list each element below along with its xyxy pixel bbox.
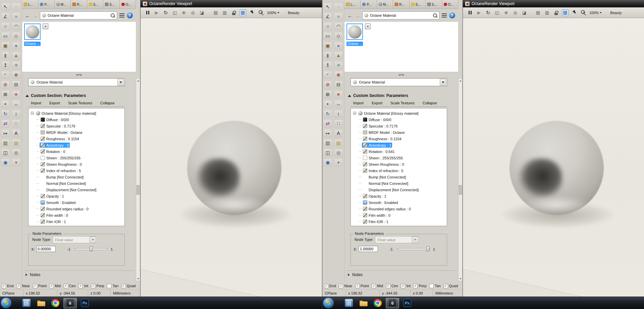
checkbox-icon[interactable] (386, 284, 390, 288)
curve-icon[interactable]: ≈ (12, 12, 20, 20)
panel-tab-rendering[interactable]: R... (71, 0, 87, 9)
taskbar-rhino[interactable]: 6 (386, 298, 399, 308)
text-icon[interactable]: A (334, 129, 343, 137)
tree-row[interactable]: Smooth : Enabled (29, 199, 124, 206)
checkbox-icon[interactable] (121, 284, 126, 288)
tree-row[interactable]: Index of refraction : 5 (352, 167, 446, 174)
render-pass-select[interactable]: Beauty (287, 9, 300, 16)
restart-render-button[interactable]: ↻ (162, 9, 169, 16)
status-cell[interactable]: CPlane (0, 290, 23, 297)
osnap-toggle[interactable]: Point (33, 284, 50, 288)
copy-render-button[interactable]: ▥ (544, 9, 550, 16)
lasso-select-icon[interactable]: ◌ (12, 3, 20, 11)
osnap-toggle[interactable]: End (2, 284, 16, 288)
join-icon[interactable]: ⊞ (323, 90, 332, 98)
back-button[interactable]: ← (347, 13, 353, 18)
tree-row[interactable]: Bump [Not Connected] (29, 174, 124, 180)
osnap-toggle[interactable]: Near (16, 284, 33, 288)
array-icon[interactable]: ∷ (12, 119, 20, 127)
circle-icon[interactable]: ○ (323, 22, 332, 30)
panel-tab-snapshots[interactable]: S... (426, 0, 442, 9)
split-icon[interactable]: ⊟ (334, 81, 343, 89)
render-region-button[interactable]: ◱ (494, 9, 500, 16)
tree-row[interactable]: Smooth : Enabled (352, 199, 446, 206)
render-priority-button[interactable]: ◪ (199, 9, 205, 16)
cylinder-icon[interactable]: ▮ (323, 51, 332, 59)
taskbar-chrome[interactable] (49, 298, 62, 308)
pause-render-button[interactable] (144, 9, 151, 16)
osnap-toggle[interactable]: Near (339, 284, 355, 288)
checkbox-icon[interactable] (444, 284, 448, 288)
checkbox-icon[interactable] (33, 284, 37, 288)
checkbox-icon[interactable] (78, 284, 83, 288)
sphere-icon[interactable]: ● (12, 42, 20, 50)
scrollbar-down-button[interactable] (136, 276, 140, 281)
viewport-title-bar[interactable]: OctaneRender Viewport (141, 0, 322, 7)
material-select-dropdown[interactable]: Octane Material (28, 78, 125, 86)
text-icon[interactable]: A (12, 129, 20, 137)
panel-tab-rendering[interactable]: R... (393, 0, 409, 9)
pan-icon[interactable]: + (334, 158, 343, 166)
osnap-toggle[interactable]: Int (401, 284, 413, 288)
taskbar-calculator[interactable] (342, 298, 355, 308)
tree-row[interactable]: Sheen Roughness : 0 (29, 161, 124, 167)
viewport-title-bar[interactable]: OctaneRender Viewport (463, 0, 644, 7)
zoom-level-select[interactable]: 100% (267, 9, 280, 16)
node-type-dropdown[interactable]: Float value (375, 236, 419, 243)
checkbox-icon[interactable] (49, 284, 54, 288)
status-cell[interactable]: CPlane (322, 290, 346, 297)
checkbox-icon[interactable] (355, 284, 360, 288)
checkbox-icon[interactable] (2, 284, 6, 288)
back-button[interactable]: ← (25, 13, 30, 18)
taskbar-photoshop[interactable]: Ps (78, 298, 91, 308)
tree-collapse-icon[interactable] (353, 112, 356, 115)
osnap-toggle[interactable]: Quad (444, 284, 461, 288)
loft-icon[interactable]: ≡ (334, 61, 343, 69)
tree-row[interactable]: Normal [Not Connected] (352, 180, 446, 187)
osnap-toggle[interactable]: Cen (64, 284, 79, 288)
taskbar-calculator[interactable] (20, 298, 33, 308)
osnap-toggle[interactable]: Mid (372, 284, 386, 288)
mirror-icon[interactable]: ⇄ (323, 119, 332, 127)
tree-row[interactable]: Diffuse : 0/0/0 (352, 116, 446, 123)
hide-icon[interactable]: ◍ (334, 149, 343, 157)
scale-textures-button[interactable]: Scale Textures (390, 101, 415, 105)
pointer-mode-button[interactable] (249, 9, 255, 16)
tree-row[interactable]: Opacity : 1 (352, 193, 446, 199)
node-type-dropdown[interactable]: Float value (53, 236, 97, 243)
scrollbar-up-button[interactable] (459, 79, 462, 83)
osnap-toggle[interactable]: Tan (107, 284, 121, 288)
polygon-icon[interactable]: ◇ (334, 32, 343, 40)
taskbar-rhino[interactable]: 6 (63, 298, 77, 308)
zoom-level-select[interactable]: 100% (589, 9, 602, 16)
status-cell[interactable]: z 0.00 (88, 290, 111, 297)
scrollbar-down-button[interactable] (459, 276, 462, 281)
tree-row[interactable]: BRDF Model : Octane (352, 129, 446, 136)
tree-row[interactable]: Rotation : 0 (29, 148, 124, 155)
rotate-icon[interactable]: ↻ (1, 110, 10, 118)
pointer-mode-button[interactable] (571, 9, 578, 16)
status-cell[interactable]: x 196.52 (346, 290, 380, 297)
tree-row[interactable]: Rounded edges radius : 0 (352, 206, 446, 212)
status-cell[interactable]: y -344.55 (380, 290, 411, 297)
panel-tab-sun[interactable]: S... (87, 0, 103, 9)
polyline-icon[interactable]: ∠ (1, 12, 10, 20)
select-pointer-icon[interactable]: ↖ (1, 3, 10, 11)
render-priority-button[interactable]: ◪ (521, 9, 528, 16)
tree-row[interactable]: Sheen Roughness : 0 (352, 161, 446, 167)
tree-row[interactable]: Roughness : 0.1154 (352, 136, 446, 142)
boolean-union-icon[interactable]: ⊕ (334, 71, 343, 79)
add-material-button[interactable]: + (43, 23, 48, 29)
material-thumbnail[interactable] (24, 23, 41, 40)
fillet-icon[interactable]: ◜ (323, 71, 332, 79)
rotate-icon[interactable]: ↻ (323, 110, 332, 118)
export-button[interactable]: Export (49, 101, 60, 105)
material-search-input[interactable] (48, 13, 109, 17)
extrude-icon[interactable]: ↥ (323, 61, 332, 69)
group-icon[interactable]: ◫ (323, 149, 332, 157)
trim-icon[interactable]: ⊘ (1, 81, 10, 89)
osnap-toggle[interactable]: Perp (91, 284, 107, 288)
join-icon[interactable]: ⊞ (1, 90, 10, 98)
search-icon[interactable] (433, 13, 437, 18)
checkbox-icon[interactable] (16, 284, 21, 288)
